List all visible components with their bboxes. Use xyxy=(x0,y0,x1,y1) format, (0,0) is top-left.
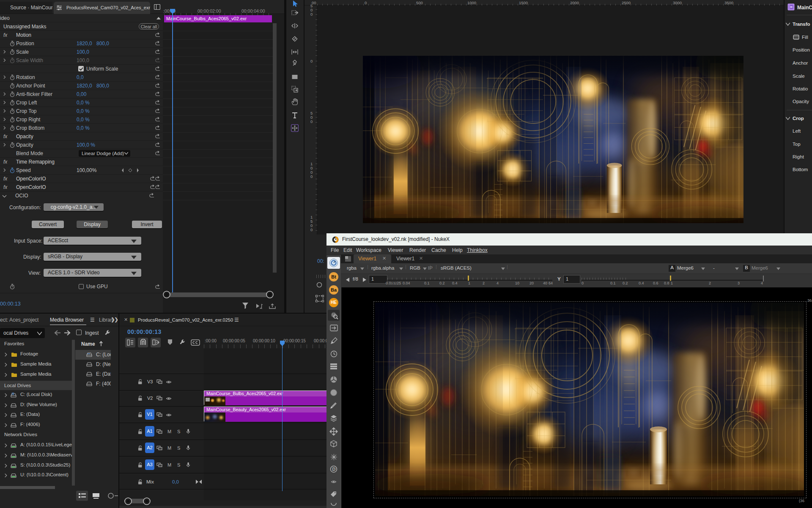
svg-text:D: D xyxy=(332,467,336,472)
